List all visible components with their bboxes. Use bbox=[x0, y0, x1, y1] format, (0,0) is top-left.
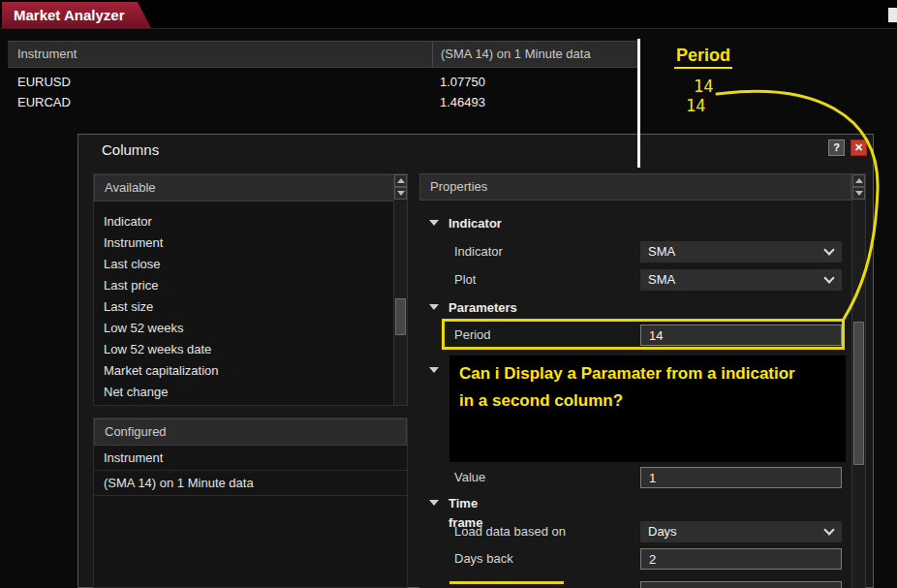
available-item[interactable]: Low 52 weeks bbox=[94, 318, 407, 339]
available-item[interactable]: Last size bbox=[94, 296, 407, 318]
scroll-up-button[interactable] bbox=[852, 174, 865, 187]
triangle-up-icon bbox=[397, 178, 405, 183]
scroll-down-button[interactable] bbox=[394, 187, 407, 200]
dropdown-value: SMA bbox=[648, 242, 675, 262]
window-corner-marker bbox=[888, 8, 897, 22]
table-row-eurusd[interactable]: EURUSD 1.07750 bbox=[8, 72, 639, 92]
dialog-title: Columns bbox=[102, 139, 159, 162]
chevron-down-icon bbox=[823, 524, 834, 535]
scrollbar-thumb[interactable] bbox=[853, 322, 864, 465]
configured-item[interactable]: Instrument bbox=[94, 446, 407, 471]
annotation-question-line2: in a second column? bbox=[459, 387, 836, 415]
days-back-input[interactable]: 2 bbox=[640, 548, 842, 570]
properties-scrollbar[interactable] bbox=[851, 173, 866, 588]
plot-dropdown[interactable]: SMA bbox=[640, 269, 842, 291]
market-analyzer-tab[interactable]: Market Analyzer bbox=[2, 2, 151, 28]
input-value: 2 bbox=[649, 550, 656, 570]
annotation-period-value-1: 14 bbox=[694, 77, 713, 96]
close-button[interactable]: ✕ bbox=[851, 139, 867, 156]
triangle-down-icon bbox=[397, 191, 405, 196]
available-item[interactable]: Indicator bbox=[94, 211, 407, 232]
property-row-days-back: Days back 2 bbox=[419, 546, 851, 572]
collapse-triangle-icon[interactable] bbox=[429, 367, 439, 373]
section-label: Indicator bbox=[448, 214, 502, 233]
available-item[interactable]: Last price bbox=[94, 275, 407, 296]
configured-panel: Configured Instrument (SMA 14) on 1 Minu… bbox=[93, 418, 408, 588]
property-row-plot: Plot SMA bbox=[419, 267, 851, 293]
triangle-up-icon bbox=[855, 178, 863, 183]
chevron-down-icon bbox=[823, 244, 834, 255]
available-item[interactable]: Low 52 weeks date bbox=[94, 339, 407, 360]
property-row-indicator: Indicator SMA bbox=[419, 239, 851, 264]
column-header-sma[interactable]: (SMA 14) on 1 Minute data bbox=[432, 42, 591, 67]
section-label: Parameters bbox=[448, 298, 517, 318]
property-row-load-data: Load data based on Days bbox=[419, 519, 851, 544]
annotation-period-highlight bbox=[442, 319, 845, 350]
available-header: Available bbox=[94, 174, 407, 201]
app-title: Market Analyzer bbox=[14, 7, 125, 23]
property-row-value: Value 1 bbox=[419, 465, 851, 490]
help-button[interactable]: ? bbox=[828, 139, 845, 156]
annotation-period-value-2: 14 bbox=[686, 96, 705, 115]
available-item[interactable]: Instrument bbox=[94, 232, 407, 254]
indicator-dropdown[interactable]: SMA bbox=[640, 241, 842, 263]
annotation-period-label: Period bbox=[674, 46, 732, 69]
column-header-instrument[interactable]: Instrument bbox=[17, 42, 77, 67]
available-scrollbar[interactable] bbox=[393, 173, 408, 406]
scroll-down-button[interactable] bbox=[852, 187, 865, 200]
scrollbar-thumb[interactable] bbox=[395, 298, 406, 335]
collapse-triangle-icon[interactable] bbox=[429, 220, 439, 226]
configured-header: Configured bbox=[94, 418, 407, 446]
triangle-down-icon bbox=[855, 191, 863, 196]
property-label: Load data based on bbox=[454, 521, 566, 542]
available-panel: Available Indicator Instrument Last clos… bbox=[93, 173, 408, 406]
property-label: Days back bbox=[454, 548, 513, 570]
dropdown-value: SMA bbox=[648, 270, 675, 290]
value-cell: 1.46493 bbox=[440, 92, 485, 112]
collapse-triangle-icon[interactable] bbox=[429, 304, 439, 310]
available-item[interactable]: Market capitalization bbox=[94, 360, 407, 382]
partial-input[interactable] bbox=[640, 581, 842, 588]
table-header: Instrument (SMA 14) on 1 Minute data bbox=[8, 41, 639, 68]
available-item[interactable]: Net change bbox=[94, 382, 407, 403]
chevron-down-icon bbox=[823, 272, 834, 283]
scroll-up-button[interactable] bbox=[394, 174, 407, 187]
annotation-question-box: Can i Display a Paramater from a indicat… bbox=[449, 356, 846, 462]
configured-item[interactable]: (SMA 14) on 1 Minute data bbox=[94, 471, 407, 496]
input-value: 1 bbox=[649, 469, 656, 488]
table-row-eurcad[interactable]: EURCAD 1.46493 bbox=[8, 92, 639, 112]
instrument-cell: EURUSD bbox=[17, 72, 71, 92]
available-list: Indicator Instrument Last close Last pri… bbox=[94, 201, 407, 407]
available-item[interactable]: Last close bbox=[94, 254, 407, 275]
value-input[interactable]: 1 bbox=[640, 467, 842, 488]
properties-header: Properties bbox=[419, 173, 851, 201]
property-label: Indicator bbox=[454, 241, 503, 263]
collapse-triangle-icon[interactable] bbox=[429, 500, 439, 506]
property-label: Plot bbox=[454, 269, 476, 291]
annotation-bottom-line bbox=[449, 581, 564, 584]
app-titlebar: Market Analyzer bbox=[0, 0, 897, 29]
dropdown-value: Days bbox=[648, 522, 677, 542]
value-cell: 1.07750 bbox=[440, 72, 485, 92]
annotation-question-line1: Can i Display a Paramater from a indicat… bbox=[459, 360, 836, 387]
load-data-dropdown[interactable]: Days bbox=[640, 521, 842, 542]
column-divider-line bbox=[637, 39, 640, 168]
instrument-cell: EURCAD bbox=[17, 92, 71, 112]
property-label: Value bbox=[454, 467, 485, 488]
market-analyzer-window: Market Analyzer Instrument (SMA 14) on 1… bbox=[0, 0, 897, 588]
